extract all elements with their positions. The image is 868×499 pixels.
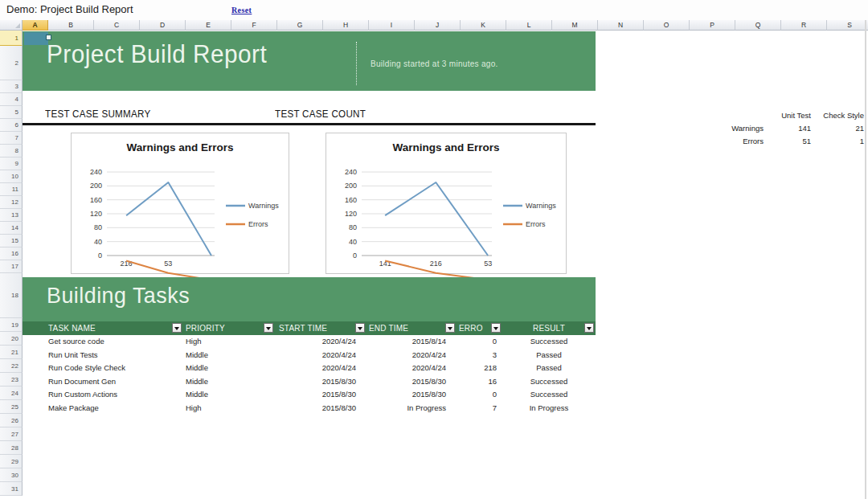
- result-cell[interactable]: Passed: [502, 362, 596, 375]
- column-header[interactable]: M: [552, 20, 598, 31]
- result-cell[interactable]: Successed: [502, 375, 596, 389]
- column-header[interactable]: E: [186, 20, 231, 31]
- tasks-column-header[interactable]: PRIORITY: [183, 321, 275, 335]
- column-header[interactable]: O: [644, 20, 690, 31]
- row-header[interactable]: 21: [0, 346, 23, 359]
- column-header[interactable]: K: [461, 20, 506, 31]
- side-table-col-unit-test[interactable]: Unit Test: [765, 109, 813, 122]
- filter-dropdown-button[interactable]: [355, 323, 365, 333]
- row-header[interactable]: 30: [0, 468, 23, 482]
- end-time-cell[interactable]: 2015/8/30: [366, 375, 457, 389]
- tasks-column-header[interactable]: RESULT: [502, 321, 596, 335]
- errors-cell[interactable]: 0: [457, 335, 502, 349]
- column-header[interactable]: G: [277, 20, 323, 31]
- result-cell[interactable]: Passed: [502, 349, 596, 362]
- side-table-col-check-style[interactable]: Check Style: [813, 109, 866, 122]
- column-header[interactable]: L: [506, 20, 552, 31]
- row-header[interactable]: 6: [0, 119, 23, 132]
- row-header[interactable]: 18: [0, 273, 23, 318]
- column-header[interactable]: A: [23, 20, 48, 31]
- task-name-cell[interactable]: Run Document Gen: [23, 375, 183, 389]
- column-header[interactable]: R: [781, 20, 827, 31]
- start-time-cell[interactable]: 2020/4/24: [275, 362, 366, 375]
- priority-cell[interactable]: Middle: [183, 375, 275, 389]
- start-time-cell[interactable]: 2015/8/30: [275, 402, 366, 415]
- row-header[interactable]: 7: [0, 132, 23, 145]
- row-header[interactable]: 13: [0, 209, 23, 222]
- column-header[interactable]: N: [598, 20, 644, 31]
- task-name-cell[interactable]: Run Code Style Check: [23, 362, 183, 375]
- row-header[interactable]: 12: [0, 196, 23, 209]
- column-header[interactable]: C: [94, 20, 140, 31]
- errors-cell[interactable]: 7: [457, 402, 502, 415]
- priority-cell[interactable]: Middle: [183, 362, 275, 375]
- row-header[interactable]: 3: [0, 80, 23, 93]
- row-header[interactable]: 23: [0, 373, 23, 387]
- column-header[interactable]: P: [690, 20, 735, 31]
- errors-cell[interactable]: 218: [457, 362, 502, 375]
- start-time-cell[interactable]: 2015/8/30: [275, 388, 366, 402]
- end-time-cell[interactable]: In Progress: [366, 402, 457, 415]
- select-all-corner[interactable]: [0, 20, 23, 31]
- filter-dropdown-button[interactable]: [491, 323, 501, 333]
- task-name-cell[interactable]: Make Package: [23, 402, 183, 415]
- row-header[interactable]: 31: [0, 482, 23, 496]
- tasks-column-header[interactable]: END TIME: [366, 321, 457, 335]
- row-header[interactable]: 5: [0, 106, 23, 119]
- priority-cell[interactable]: Middle: [183, 349, 275, 362]
- row-header[interactable]: 26: [0, 414, 23, 427]
- row-header[interactable]: 11: [0, 183, 23, 196]
- column-header[interactable]: Q: [735, 20, 781, 31]
- column-header[interactable]: I: [369, 20, 415, 31]
- side-table-cell[interactable]: 51: [765, 135, 813, 148]
- task-name-cell[interactable]: Run Unit Tests: [23, 349, 183, 362]
- errors-cell[interactable]: 16: [457, 375, 502, 389]
- filter-dropdown-button[interactable]: [445, 323, 455, 333]
- start-time-cell[interactable]: 2020/4/24: [275, 335, 366, 349]
- end-time-cell[interactable]: 2015/8/14: [366, 335, 457, 349]
- row-header[interactable]: 14: [0, 222, 23, 235]
- row-header[interactable]: 22: [0, 359, 23, 373]
- side-table-cell[interactable]: 141: [765, 122, 813, 135]
- reset-link[interactable]: Reset: [231, 6, 252, 14]
- warnings-errors-chart-count[interactable]: Warnings and Errors040801201602002401412…: [326, 133, 567, 274]
- column-header[interactable]: F: [231, 20, 277, 31]
- errors-cell[interactable]: 0: [457, 388, 502, 402]
- filter-dropdown-button[interactable]: [584, 323, 594, 333]
- row-header[interactable]: 1: [0, 31, 23, 46]
- row-header[interactable]: 2: [0, 46, 23, 80]
- column-header[interactable]: J: [415, 20, 461, 31]
- row-header[interactable]: 25: [0, 400, 23, 414]
- tasks-column-header[interactable]: ERRO: [457, 321, 502, 335]
- side-table-cell[interactable]: 1: [813, 135, 866, 148]
- side-table-cell[interactable]: 21: [813, 122, 866, 135]
- task-name-cell[interactable]: Run Custom Actions: [23, 388, 183, 402]
- end-time-cell[interactable]: 2020/4/24: [366, 349, 457, 362]
- row-header[interactable]: 24: [0, 387, 23, 400]
- side-table-row-label[interactable]: Warnings: [715, 122, 765, 135]
- row-header[interactable]: 15: [0, 235, 23, 247]
- end-time-cell[interactable]: 2015/8/30: [366, 388, 457, 402]
- row-header[interactable]: 19: [0, 318, 23, 332]
- task-name-cell[interactable]: Get source code: [23, 335, 183, 349]
- priority-cell[interactable]: High: [183, 402, 275, 415]
- start-time-cell[interactable]: 2015/8/30: [275, 375, 366, 389]
- row-header[interactable]: 4: [0, 93, 23, 106]
- end-time-cell[interactable]: 2020/4/24: [366, 362, 457, 375]
- row-header[interactable]: 16: [0, 247, 23, 260]
- row-header[interactable]: 9: [0, 157, 23, 170]
- row-header[interactable]: 27: [0, 427, 23, 441]
- row-header[interactable]: 28: [0, 441, 23, 455]
- row-header[interactable]: 8: [0, 145, 23, 157]
- filter-dropdown-button[interactable]: [172, 323, 182, 333]
- row-header[interactable]: 20: [0, 332, 23, 346]
- priority-cell[interactable]: Middle: [183, 388, 275, 402]
- filter-dropdown-button[interactable]: [264, 323, 273, 333]
- result-cell[interactable]: Successed: [502, 388, 596, 402]
- active-cell-a1[interactable]: [24, 32, 48, 45]
- errors-cell[interactable]: 3: [457, 349, 502, 362]
- result-cell[interactable]: Successed: [502, 335, 596, 349]
- column-header[interactable]: S: [827, 20, 868, 31]
- warnings-errors-chart-summary[interactable]: Warnings and Errors040801201602002402165…: [71, 133, 289, 274]
- priority-cell[interactable]: High: [183, 335, 275, 349]
